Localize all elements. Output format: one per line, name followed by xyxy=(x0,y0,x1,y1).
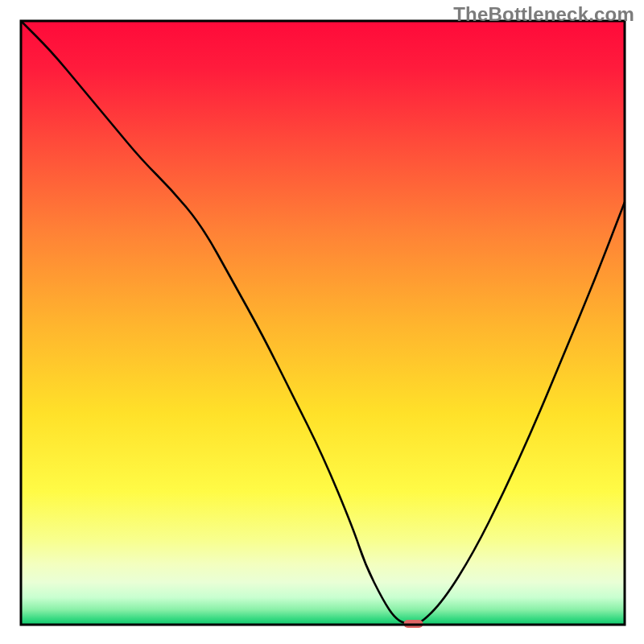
bottleneck-chart: TheBottleneck.com xyxy=(0,0,644,644)
chart-background xyxy=(21,21,625,625)
chart-svg xyxy=(0,0,644,644)
watermark-text: TheBottleneck.com xyxy=(453,3,634,26)
